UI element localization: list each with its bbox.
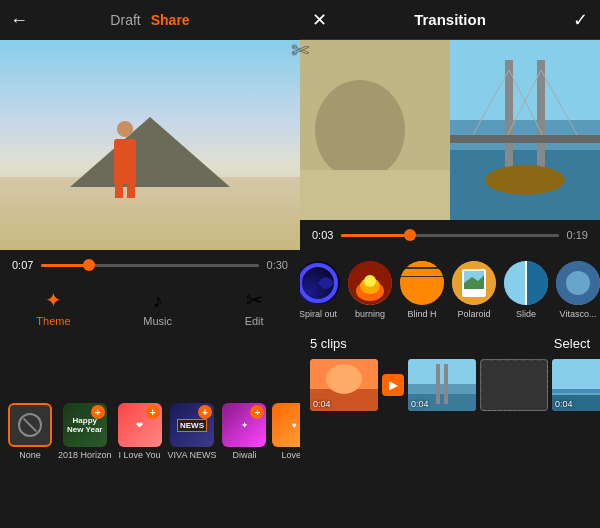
effect-burning-label: burning	[355, 309, 385, 319]
theme-love-thumb: + ❤	[118, 403, 162, 447]
arrow-icon: ▶	[389, 378, 398, 392]
svg-rect-23	[400, 288, 444, 294]
clips-select-button[interactable]: Select	[554, 336, 590, 351]
svg-rect-43	[481, 360, 548, 411]
effect-spiral-label: Spiral out	[300, 309, 337, 319]
burning-effect-circle	[348, 261, 392, 305]
theme-label: Theme	[36, 315, 70, 327]
time-end: 0:30	[267, 259, 288, 271]
theme-vivanews[interactable]: + NEWS VIVA NEWS	[168, 403, 217, 460]
theme-none-label: None	[19, 450, 41, 460]
left-timeline: 0:07 0:30	[0, 250, 300, 280]
effect-vitasco-label: Vitasco...	[560, 309, 597, 319]
clips-count: 5 clips	[310, 336, 347, 351]
edit-label: Edit	[245, 315, 264, 327]
transition-arrow-1[interactable]: ▶	[382, 374, 404, 396]
clip-2[interactable]: 0:04	[408, 359, 476, 411]
effect-vitasco[interactable]: Vitasco...	[556, 261, 600, 319]
right-progress-thumb	[404, 229, 416, 241]
effect-slide[interactable]: Slide	[504, 261, 548, 319]
theme-news-thumb: + NEWS	[170, 403, 214, 447]
clip-3[interactable]	[480, 359, 548, 411]
theme-news-label: VIVA NEWS	[168, 450, 217, 460]
clips-header: 5 clips Select	[310, 336, 590, 351]
effect-blind-h[interactable]: Blind H	[400, 261, 444, 319]
theme-icon: ✦	[45, 288, 62, 312]
clips-row: 0:04 ▶ 0:04	[310, 359, 590, 411]
toolbar-theme[interactable]: ✦ Theme	[36, 288, 70, 327]
theme-lovely[interactable]: + ♥ Lovely	[272, 403, 300, 460]
person-figure	[105, 121, 145, 191]
theme-lovely-label: Lovely	[281, 450, 300, 460]
clip-2-time: 0:04	[411, 399, 429, 409]
music-icon: ♪	[153, 289, 163, 312]
effect-blind-label: Blind H	[407, 309, 436, 319]
slide-effect-circle	[504, 261, 548, 305]
left-video-preview	[0, 40, 300, 250]
video-clip-left	[300, 40, 450, 220]
toolbar-music[interactable]: ♪ Music	[143, 289, 172, 327]
draft-label: Draft	[110, 12, 140, 28]
svg-rect-4	[450, 40, 600, 120]
effect-burning[interactable]: burning	[348, 261, 392, 319]
svg-point-34	[566, 271, 590, 295]
effect-spiral-partial[interactable]: Spiral out	[300, 261, 340, 319]
svg-rect-2	[300, 170, 450, 220]
vitasco-effect-circle	[556, 261, 600, 305]
theme-lovely-thumb: + ♥	[272, 403, 300, 447]
video-clip-right	[450, 40, 600, 220]
svg-rect-12	[450, 135, 600, 143]
right-timeline: 0:03 0:19	[300, 220, 600, 250]
share-button[interactable]: Share	[151, 12, 190, 28]
theme-2018-label: 2018 Horizon	[58, 450, 112, 460]
theme-diwali-thumb: + ✦	[222, 403, 266, 447]
svg-point-1	[315, 80, 405, 180]
toolbar: ✦ Theme ♪ Music ✂ Edit	[0, 280, 300, 335]
theme-diwali-label: Diwali	[232, 450, 256, 460]
toolbar-edit[interactable]: ✂ Edit	[245, 288, 264, 327]
progress-thumb	[83, 259, 95, 271]
svg-rect-30	[526, 261, 548, 305]
right-progress-track[interactable]	[341, 234, 558, 237]
svg-rect-22	[400, 279, 444, 285]
svg-rect-45	[552, 359, 600, 389]
right-progress-fill	[341, 234, 406, 237]
effect-polaroid[interactable]: Polaroid	[452, 261, 496, 319]
right-time-end: 0:19	[567, 229, 588, 241]
clip-1[interactable]: 0:04	[310, 359, 378, 411]
svg-point-13	[485, 165, 565, 195]
theme-iloveyou[interactable]: + ❤ I Love You	[118, 403, 162, 460]
svg-rect-7	[537, 60, 545, 180]
back-button[interactable]: ←	[10, 10, 28, 31]
svg-rect-20	[400, 261, 444, 267]
polaroid-effect-circle	[452, 261, 496, 305]
scissors-icon: ✄	[291, 38, 309, 64]
theme-none[interactable]: None	[8, 403, 52, 460]
time-start: 0:07	[12, 259, 33, 271]
svg-point-18	[364, 275, 376, 287]
right-time-start: 0:03	[312, 229, 333, 241]
right-panel: ✕ Transition ✓ ✄	[300, 0, 600, 528]
clip-4[interactable]: 0:04	[552, 359, 600, 411]
svg-rect-39	[408, 359, 476, 384]
left-panel: ← Draft Share 0:07 0:30	[0, 0, 300, 528]
edit-icon: ✂	[246, 288, 263, 312]
effect-slide-label: Slide	[516, 309, 536, 319]
theme-love-label: I Love You	[119, 450, 161, 460]
clip-1-time: 0:04	[313, 399, 331, 409]
progress-track[interactable]	[41, 264, 258, 267]
theme-diwali[interactable]: + ✦ Diwali	[222, 403, 266, 460]
spiral-effect-circle	[300, 261, 340, 305]
confirm-button[interactable]: ✓	[573, 9, 588, 31]
close-button[interactable]: ✕	[312, 9, 327, 31]
svg-point-37	[326, 364, 362, 394]
blind-effect-circle	[400, 261, 444, 305]
theme-grid: None + Happy New Year 2018 Horizon + ❤ I…	[0, 335, 300, 528]
left-header: ← Draft Share	[0, 0, 300, 40]
music-label: Music	[143, 315, 172, 327]
theme-2018horizon[interactable]: + Happy New Year 2018 Horizon	[58, 403, 112, 460]
transition-title: Transition	[414, 11, 486, 28]
right-video-preview	[300, 40, 600, 220]
clip-4-time: 0:04	[555, 399, 573, 409]
svg-rect-24	[400, 297, 444, 303]
